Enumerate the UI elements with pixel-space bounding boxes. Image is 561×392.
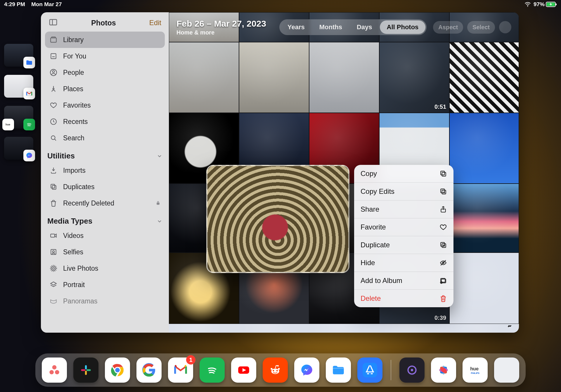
thumbnail[interactable] xyxy=(239,42,309,113)
dock-separator xyxy=(391,360,391,380)
svg-point-14 xyxy=(51,136,55,139)
sidebar-item-recents[interactable]: Recents xyxy=(45,113,165,130)
svg-point-58 xyxy=(411,369,413,371)
ctx-delete[interactable]: Delete xyxy=(354,289,453,307)
dock: 1 huePHILIPS xyxy=(35,353,526,387)
svg-rect-7 xyxy=(51,38,56,42)
livephoto-icon xyxy=(49,265,58,272)
sidebar-section-media-types[interactable]: Media Types xyxy=(41,211,169,227)
ctx-duplicate[interactable]: Duplicate xyxy=(354,236,453,254)
notification-badge: 1 xyxy=(186,355,195,365)
svg-point-37 xyxy=(55,370,59,374)
thumbnail[interactable] xyxy=(449,253,519,324)
sidebar-item-duplicates[interactable]: Duplicates xyxy=(45,179,165,195)
thumbnail[interactable]: 0:51 xyxy=(379,42,449,113)
sidebar-item-selfies[interactable]: Selfies xyxy=(45,244,165,260)
select-button[interactable]: Select xyxy=(467,21,495,34)
stage-app-files[interactable] xyxy=(4,44,33,67)
sidebar-item-livephotos[interactable]: Live Photos xyxy=(45,260,165,277)
foryou-icon xyxy=(49,52,58,60)
ctx-share[interactable]: Share xyxy=(354,200,453,218)
dock-app-google[interactable] xyxy=(136,358,162,383)
lock-icon xyxy=(155,199,161,207)
svg-point-51 xyxy=(273,370,274,372)
dock-app-library[interactable] xyxy=(494,358,519,383)
sidebar-item-places[interactable]: Places xyxy=(45,81,165,97)
seg-years[interactable]: Years xyxy=(280,20,312,34)
sidebar-item-people[interactable]: People xyxy=(45,64,165,81)
thumbnail[interactable] xyxy=(169,42,239,113)
edit-button[interactable]: Edit xyxy=(149,19,161,27)
dock-app-reddit[interactable] xyxy=(263,358,288,383)
sidebar-item-label: Places xyxy=(63,85,83,93)
aspect-button[interactable]: Aspect xyxy=(433,21,463,34)
sidebar-item-label: Live Photos xyxy=(63,265,98,272)
svg-rect-18 xyxy=(51,234,55,237)
stage-app-spotify[interactable]: hue xyxy=(4,106,33,129)
dock-app-files[interactable] xyxy=(326,358,351,383)
stage-app-gmail[interactable] xyxy=(4,75,33,98)
sidebar-item-recently-deleted[interactable]: Recently Deleted xyxy=(45,195,165,211)
sidebar-item-search[interactable]: Search xyxy=(45,130,165,146)
sidebar-item-label: Duplicates xyxy=(63,183,94,191)
eye-slash-icon xyxy=(439,259,447,267)
svg-rect-56 xyxy=(363,363,377,377)
dock-app-appstore[interactable] xyxy=(357,358,382,383)
sidebar-item-imports[interactable]: Imports xyxy=(45,162,165,179)
ctx-favorite[interactable]: Favorite xyxy=(354,218,453,236)
dock-recent-smarthome[interactable] xyxy=(399,358,425,383)
gmail-icon xyxy=(23,88,35,99)
ctx-label: Copy Edits xyxy=(361,187,394,196)
share-icon xyxy=(439,206,447,213)
time-scope-segmented-control[interactable]: Years Months Days All Photos xyxy=(279,19,427,35)
sidebar-item-videos[interactable]: Videos xyxy=(45,227,165,244)
duplicate-plus-icon xyxy=(439,241,447,249)
stage-app-messenger[interactable] xyxy=(4,137,33,160)
sidebar-item-favorites[interactable]: Favorites xyxy=(45,97,165,113)
more-options-button[interactable] xyxy=(499,21,511,33)
thumbnail[interactable] xyxy=(449,42,519,113)
messenger-icon xyxy=(23,150,35,161)
svg-point-21 xyxy=(53,267,55,270)
sidebar-section-utilities[interactable]: Utilities xyxy=(41,146,169,162)
ctx-copy-edits[interactable]: Copy Edits xyxy=(354,182,453,200)
svg-text:PHILIPS: PHILIPS xyxy=(471,372,479,374)
sidebar-item-label: For You xyxy=(63,52,86,60)
dock-app-youtube[interactable] xyxy=(231,358,256,383)
ctx-hide[interactable]: Hide xyxy=(354,254,453,272)
trash-icon xyxy=(439,295,447,302)
ctx-copy[interactable]: Copy xyxy=(354,165,453,182)
dock-app-gmail[interactable]: 1 xyxy=(168,358,193,383)
sidebar-item-label: Imports xyxy=(63,167,86,175)
dock-app-asana[interactable] xyxy=(42,358,67,383)
dock-app-slack[interactable] xyxy=(73,358,98,383)
seg-months[interactable]: Months xyxy=(312,20,349,34)
dock-app-messenger[interactable] xyxy=(294,358,319,383)
thumbnail[interactable] xyxy=(449,184,519,253)
sidebar-item-library[interactable]: Library xyxy=(45,32,165,48)
sidebar-item-label: Recents xyxy=(63,118,88,126)
sidebar-toggle-icon[interactable] xyxy=(49,18,58,28)
sidebar-item-label: Recently Deleted xyxy=(63,199,114,207)
dock-app-chrome[interactable] xyxy=(105,358,130,383)
sidebar-item-panoramas[interactable]: Panoramas xyxy=(45,293,165,309)
ctx-add-to-album[interactable]: Add to Album xyxy=(354,272,453,289)
sidebar-item-foryou[interactable]: For You xyxy=(45,48,165,64)
dock-recent-hue[interactable]: huePHILIPS xyxy=(463,358,488,383)
panorama-icon xyxy=(49,297,58,305)
heart-icon xyxy=(49,101,58,109)
dock-app-spotify[interactable] xyxy=(200,358,225,383)
import-icon xyxy=(49,167,58,174)
ctx-label: Share xyxy=(361,205,379,213)
sidebar-item-portrait[interactable]: Portrait xyxy=(45,277,165,293)
photo-preview[interactable] xyxy=(206,165,349,273)
thumbnail[interactable] xyxy=(449,113,519,184)
thumbnail[interactable] xyxy=(309,42,379,113)
sidebar-item-label: Search xyxy=(63,134,84,142)
sidebar: Photos Edit Library For You People Place… xyxy=(41,12,169,333)
location-subtitle: Home & more xyxy=(176,29,266,36)
ctx-label: Copy xyxy=(361,170,377,178)
seg-days[interactable]: Days xyxy=(350,20,379,34)
dock-recent-photos[interactable] xyxy=(431,358,456,383)
seg-all-photos[interactable]: All Photos xyxy=(380,20,426,34)
